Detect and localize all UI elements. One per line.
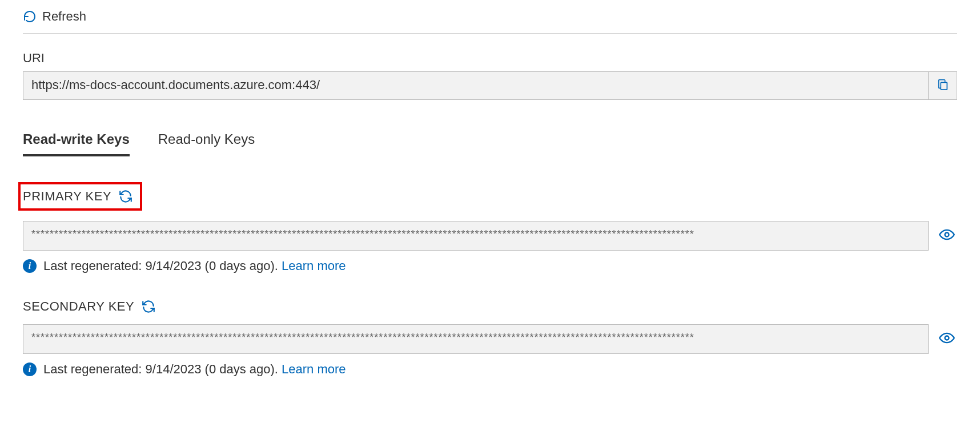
svg-point-1 — [945, 233, 949, 237]
eye-icon — [939, 330, 955, 348]
uri-field-group: URI https://ms-docs-account.documents.az… — [23, 51, 957, 100]
toolbar: Refresh — [23, 0, 957, 34]
primary-key-header: PRIMARY KEY — [18, 182, 142, 211]
secondary-key-header: SECONDARY KEY — [23, 299, 957, 314]
secondary-key-row: ****************************************… — [23, 324, 957, 354]
eye-icon — [939, 227, 955, 245]
primary-key-input[interactable]: ****************************************… — [23, 221, 929, 251]
secondary-key-info-text: Last regenerated: 9/14/2023 (0 days ago)… — [43, 362, 282, 376]
svg-point-2 — [945, 336, 949, 340]
info-icon: i — [23, 362, 37, 376]
tab-read-write[interactable]: Read-write Keys — [23, 131, 130, 156]
uri-input-row: https://ms-docs-account.documents.azure.… — [23, 71, 957, 100]
uri-input[interactable]: https://ms-docs-account.documents.azure.… — [23, 71, 929, 100]
uri-label: URI — [23, 51, 957, 66]
primary-key-title: PRIMARY KEY — [23, 189, 111, 204]
copy-uri-button[interactable] — [929, 71, 957, 100]
secondary-key-input[interactable]: ****************************************… — [23, 324, 929, 354]
secondary-key-info: i Last regenerated: 9/14/2023 (0 days ag… — [23, 362, 957, 377]
primary-learn-more-link[interactable]: Learn more — [282, 259, 346, 273]
primary-key-info-text: Last regenerated: 9/14/2023 (0 days ago)… — [43, 259, 282, 273]
secondary-key-title: SECONDARY KEY — [23, 299, 134, 314]
refresh-button-label[interactable]: Refresh — [42, 9, 86, 24]
primary-key-section: PRIMARY KEY ****************************… — [23, 182, 957, 273]
secondary-key-section: SECONDARY KEY **************************… — [23, 299, 957, 377]
show-secondary-key-button[interactable] — [937, 330, 957, 348]
secondary-learn-more-link[interactable]: Learn more — [282, 362, 346, 376]
primary-key-row: ****************************************… — [23, 221, 957, 251]
tab-read-only[interactable]: Read-only Keys — [158, 131, 255, 156]
keys-tabs: Read-write Keys Read-only Keys — [23, 131, 957, 156]
regenerate-secondary-icon[interactable] — [141, 299, 156, 314]
svg-rect-0 — [941, 82, 947, 90]
info-icon: i — [23, 259, 37, 273]
regenerate-primary-icon[interactable] — [118, 189, 133, 204]
refresh-icon[interactable] — [23, 10, 37, 23]
copy-icon — [937, 78, 949, 93]
show-primary-key-button[interactable] — [937, 227, 957, 245]
primary-key-info: i Last regenerated: 9/14/2023 (0 days ag… — [23, 259, 957, 273]
